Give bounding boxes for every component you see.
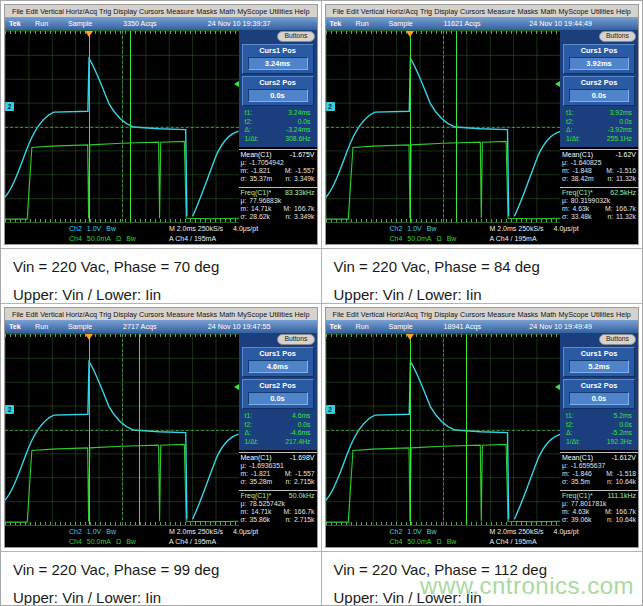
menu-item-display[interactable]: Display [434,310,458,319]
cursor1-vbar[interactable] [130,31,131,222]
menu-item-horiz-acq[interactable]: Horiz/Acq [387,7,418,16]
mean-sigma-value: 35.28m [250,478,273,486]
ch4-scale[interactable]: 50.0mA [87,234,111,243]
menu-item-vertical[interactable]: Vertical [361,7,385,16]
menu-item-cursors[interactable]: Cursors [460,7,485,16]
menu-item-vertical[interactable]: Vertical [40,7,64,16]
timebase-value[interactable]: M 2.0ms 250kS/s [490,224,544,233]
ch2-scale[interactable]: 1.0V [407,224,421,233]
ch2-readout: Ch2 1.0V Bw [69,224,155,233]
timebase-value[interactable]: M 2.0ms 250kS/s [490,527,544,536]
menu-item-display[interactable]: Display [113,7,137,16]
menu-item-trig[interactable]: Trig [420,7,432,16]
ch2-scale[interactable]: 1.0V [407,527,421,536]
menu-item-horiz-acq[interactable]: Horiz/Acq [66,7,97,16]
menu-item-cursors[interactable]: Cursors [139,310,164,319]
menu-item-file[interactable]: File [333,7,345,16]
buttons-button[interactable]: Buttons [599,334,636,345]
mean-measurement: Mean(C1)-1.675V μ:-1.7054942 m:-1.821 M:… [239,149,317,185]
ch4-scale[interactable]: 50.0mA [87,537,111,546]
curs2-pos-value[interactable]: 0.0s [248,89,308,102]
menu-item-cursors[interactable]: Cursors [139,7,164,16]
menu-item-horiz-acq[interactable]: Horiz/Acq [387,310,418,319]
menu-item-trig[interactable]: Trig [99,310,111,319]
menu-item-edit[interactable]: Edit [346,310,358,319]
menu-item-utilities[interactable]: Utilities [269,310,292,319]
scope-side-panel: Buttons Curs1 Pos 3.24ms Curs2 Pos 0.0s … [239,30,317,223]
buttons-button[interactable]: Buttons [599,31,636,42]
menu-item-math[interactable]: Math [219,7,235,16]
menu-item-trig[interactable]: Trig [99,7,111,16]
freq-sigma-value: 35.86k [250,516,270,524]
menu-item-file[interactable]: File [333,310,345,319]
menu-item-masks[interactable]: Masks [196,310,217,319]
menu-item-display[interactable]: Display [434,7,458,16]
menu-item-horiz-acq[interactable]: Horiz/Acq [66,310,97,319]
trigger-position-icon [406,31,414,37]
menu-item-myscope[interactable]: MyScope [559,310,589,319]
ch4-scale[interactable]: 50.0mA [407,537,431,546]
timebase-value[interactable]: M 2.0ms 250kS/s [169,224,223,233]
menu-item-myscope[interactable]: MyScope [559,7,589,16]
menu-item-help[interactable]: Help [295,310,310,319]
scope-main-area: 2 Buttons Curs1 Pos 3.24ms Curs2 Pos 0.0… [5,30,317,223]
menu-item-masks[interactable]: Masks [517,7,538,16]
curs1-pos-value[interactable]: 4.6ms [248,360,308,373]
curs1-pos-value[interactable]: 5.2ms [569,360,629,373]
menu-item-utilities[interactable]: Utilities [591,310,614,319]
menu-item-cursors[interactable]: Cursors [460,310,485,319]
menu-item-measure[interactable]: Measure [487,310,515,319]
cursor2-vbar[interactable] [410,334,411,525]
ch2-scale[interactable]: 1.0V [87,224,101,233]
menu-item-utilities[interactable]: Utilities [269,7,292,16]
curs2-pos-value[interactable]: 0.0s [248,392,308,405]
cursor1-vbar[interactable] [466,334,467,525]
menu-item-masks[interactable]: Masks [196,7,217,16]
timebase-value[interactable]: M 2.0ms 250kS/s [169,527,223,536]
menu-item-math[interactable]: Math [540,310,556,319]
buttons-button[interactable]: Buttons [277,334,314,345]
menu-item-file[interactable]: File [12,7,24,16]
menu-item-edit[interactable]: Edit [346,7,358,16]
menu-item-edit[interactable]: Edit [26,7,38,16]
menu-item-help[interactable]: Help [616,310,631,319]
ch4-readout-row: Ch4 50.0mA Ω Bw A Ch4 / 195mA [69,234,317,243]
freq-n-pair: n:10.64k [607,516,636,524]
menu-item-help[interactable]: Help [295,7,310,16]
cursor1-vbar[interactable] [456,31,457,222]
menu-item-myscope[interactable]: MyScope [237,7,267,16]
curs2-pos-value[interactable]: 0.0s [569,89,629,102]
menu-item-math[interactable]: Math [540,7,556,16]
freq-measurement: Freq(C1)*83.33kHz μ:77.96883k m:14.71k M… [239,187,317,223]
menu-item-file[interactable]: File [12,310,24,319]
oscilloscope-screenshot-top-left: FileEditVerticalHoriz/AcqTrigDisplayCurs… [1,1,322,249]
menu-item-measure[interactable]: Measure [487,7,515,16]
menu-item-math[interactable]: Math [219,310,235,319]
menu-item-edit[interactable]: Edit [26,310,38,319]
graticule: 2 [326,30,561,223]
menu-item-display[interactable]: Display [113,310,137,319]
menu-item-measure[interactable]: Measure [166,310,194,319]
curs1-pos-value[interactable]: 3.92ms [569,57,629,70]
freq-minmax-row: m:4.63k M:166.7k [562,205,636,213]
ch4-scale[interactable]: 50.0mA [407,234,431,243]
ch2-scale[interactable]: 1.0V [87,527,101,536]
cursor1-vbar[interactable] [139,334,140,525]
menu-item-utilities[interactable]: Utilities [591,7,614,16]
curs2-pos-value[interactable]: 0.0s [569,392,629,405]
cursor2-vbar[interactable] [410,31,411,222]
cursor2-vbar[interactable] [89,31,90,222]
mean-head: Mean(C1)-1.698V [241,454,315,462]
menu-item-help[interactable]: Help [616,7,631,16]
ch4-readout-row: Ch4 50.0mA Ω Bw A Ch4 / 195mA [390,537,639,546]
cursor2-vbar[interactable] [89,334,90,525]
menu-item-vertical[interactable]: Vertical [361,310,385,319]
menu-item-myscope[interactable]: MyScope [237,310,267,319]
curs1-pos-value[interactable]: 3.24ms [248,57,308,70]
menu-item-masks[interactable]: Masks [517,310,538,319]
menu-item-trig[interactable]: Trig [420,310,432,319]
menu-item-vertical[interactable]: Vertical [40,310,64,319]
buttons-button[interactable]: Buttons [277,31,314,42]
mean-n-value: 11.32k [616,175,636,183]
menu-item-measure[interactable]: Measure [166,7,194,16]
